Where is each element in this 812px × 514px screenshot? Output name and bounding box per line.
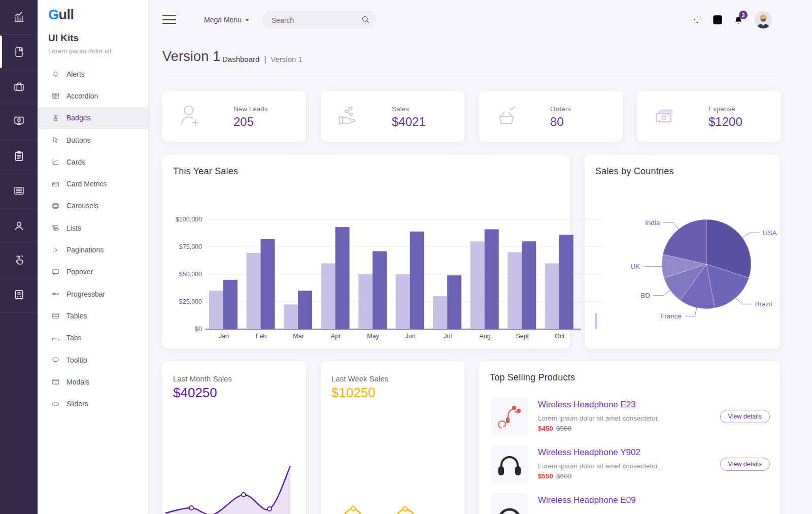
- svg-text:May: May: [367, 333, 379, 340]
- this-year-sales-bar-chart: $0$25,000$50,000$75,000$100,000JanFebMar…: [162, 155, 604, 348]
- sidebar: Gull UI Kits Lorem ipsum dolor sit. Aler…: [38, 0, 148, 514]
- metric-card-orders: Orders80: [479, 91, 623, 142]
- sidebar-item-label: Progressbar: [66, 290, 105, 298]
- product-name-link[interactable]: Wireless Headphone E23: [538, 400, 636, 410]
- chart-line-icon: [51, 157, 60, 166]
- sidebar-item-label: Carousels: [66, 202, 98, 210]
- last-week-sales-card: Last Week Sales $10250: [321, 361, 464, 514]
- metric-card-expense: Expense$1200: [637, 91, 781, 142]
- sidebar-item-sliders[interactable]: Sliders: [38, 393, 148, 414]
- svg-text:Jan: Jan: [219, 333, 229, 340]
- rail-item-book[interactable]: [0, 35, 38, 69]
- last-month-sales-chart: [162, 448, 306, 514]
- sidebar-item-label: Cards: [66, 158, 85, 166]
- tabs-icon: [51, 334, 60, 342]
- last-week-sales-value: $10250: [331, 385, 376, 401]
- rail-item-safebox[interactable]: [0, 278, 38, 312]
- rail-item-briefcase[interactable]: [0, 70, 38, 104]
- metric-label: Expense: [708, 105, 735, 113]
- sidebar-item-label: Tabs: [66, 334, 82, 342]
- sidebar-item-tables[interactable]: Tables: [38, 305, 148, 327]
- cursor-icon: [51, 136, 60, 144]
- rail-item-clipboard[interactable]: [0, 139, 38, 174]
- monitor-icon: [13, 115, 25, 127]
- breadcrumb: Dashboard|Version 1: [222, 55, 302, 63]
- sidebar-item-card-metrics[interactable]: Card Metrics: [38, 173, 148, 195]
- sidebar-item-buttons[interactable]: Buttons: [38, 129, 148, 151]
- sidebar-item-label: Badges: [66, 114, 90, 122]
- sidebar-section-title: UI Kits: [48, 33, 79, 44]
- last-month-sales-value: $40250: [173, 385, 217, 401]
- sidebar-item-progressbar[interactable]: Progressbar: [38, 283, 148, 305]
- product-name-link[interactable]: Wireless Headphone Y902: [538, 447, 640, 458]
- product-row: Wireless Headphone Y902Lorem ipsum dolor…: [491, 445, 770, 488]
- rail-item-chart-column[interactable]: [0, 0, 38, 35]
- last-week-sales-chart: [321, 448, 464, 514]
- view-details-button[interactable]: View details: [720, 458, 770, 471]
- logo-accent-letter: G: [48, 7, 59, 22]
- svg-text:Sept: Sept: [516, 333, 529, 340]
- sidebar-item-modals[interactable]: Modals: [38, 371, 148, 393]
- list-icon: [51, 223, 60, 232]
- sidebar-item-popover[interactable]: Popover: [38, 261, 148, 283]
- rail-item-touch[interactable]: [0, 243, 38, 278]
- news-icon: [13, 184, 25, 197]
- modal-icon: [51, 377, 60, 386]
- sidebar-item-carousels[interactable]: Carousels: [38, 195, 148, 217]
- search-icon[interactable]: [360, 14, 370, 24]
- sidebar-item-tabs[interactable]: Tabs: [38, 327, 148, 349]
- dashboard-page: { "brand": {"logo_accent": "G", "logo_re…: [0, 0, 812, 514]
- sidebar-item-paginations[interactable]: Paginations: [38, 239, 148, 261]
- notification-count-badge[interactable]: 3: [739, 11, 748, 19]
- sidebar-item-label: Accordion: [66, 92, 98, 100]
- search-input[interactable]: [270, 10, 354, 30]
- sidebar-item-lists[interactable]: Lists: [38, 217, 148, 239]
- product-price: $550$600: [538, 472, 571, 480]
- briefcase-icon: [13, 80, 25, 93]
- last-month-sales-card: Last Month Sales $40250: [162, 361, 306, 514]
- sidebar-item-label: Lists: [66, 224, 81, 232]
- menu-toggle-button[interactable]: [162, 15, 176, 26]
- icon-rail: [0, 0, 38, 514]
- product-price-old: $500: [556, 425, 571, 432]
- brand-logo[interactable]: Gull: [48, 7, 74, 23]
- rail-item-monitor[interactable]: [0, 104, 38, 139]
- sidebar-item-badges[interactable]: Badges: [38, 107, 148, 129]
- sidebar-item-alerts[interactable]: Alerts: [38, 63, 148, 85]
- breadcrumb-dashboard-link[interactable]: Dashboard: [222, 55, 259, 63]
- popover-icon: [51, 268, 60, 276]
- sidebar-item-cards[interactable]: Cards: [38, 151, 148, 173]
- user-avatar[interactable]: [755, 11, 772, 28]
- accordion-icon: [51, 91, 60, 100]
- sidebar-item-accordion[interactable]: Accordion: [38, 85, 148, 107]
- slider-icon: [51, 400, 60, 408]
- product-price-old: $600: [556, 472, 571, 480]
- top-selling-products-title: Top Selling Products: [490, 372, 575, 383]
- badge-icon: [51, 114, 60, 122]
- sidebar-item-label: Alerts: [66, 70, 85, 78]
- product-description: Lorem ipsum dolor sit amet consectetur.: [538, 462, 659, 470]
- this-year-sales-card: This Year Sales $0$25,000$50,000$75,000$…: [162, 155, 570, 348]
- sidebar-item-label: Tables: [66, 312, 87, 320]
- svg-text:$75,000: $75,000: [179, 243, 202, 250]
- page-title: Version 1: [162, 49, 220, 65]
- svg-text:France: France: [660, 312, 682, 320]
- sidebar-item-tooltip[interactable]: Tooltip: [38, 349, 148, 371]
- view-details-button[interactable]: View details: [720, 410, 770, 423]
- product-row: Wireless Headphone E09: [491, 493, 770, 514]
- sidebar-item-label: Tooltip: [66, 356, 87, 364]
- sidebar-item-label: Modals: [66, 378, 89, 386]
- table-icon: [51, 311, 60, 320]
- logo-rest: ull: [59, 7, 74, 22]
- user-plus-icon: [177, 102, 203, 128]
- mega-menu-button[interactable]: Mega Menu: [204, 16, 249, 24]
- rail-item-news[interactable]: [0, 174, 38, 208]
- product-name-link[interactable]: Wireless Headphone E09: [538, 495, 636, 505]
- fullscreen-icon[interactable]: [692, 14, 703, 27]
- apps-icon[interactable]: [711, 13, 724, 28]
- metric-label: Sales: [392, 105, 409, 113]
- header-divider: [162, 74, 780, 74]
- last-week-sales-label: Last Week Sales: [331, 374, 388, 383]
- rail-item-user[interactable]: [0, 208, 38, 243]
- hand-coins-icon: [335, 102, 361, 128]
